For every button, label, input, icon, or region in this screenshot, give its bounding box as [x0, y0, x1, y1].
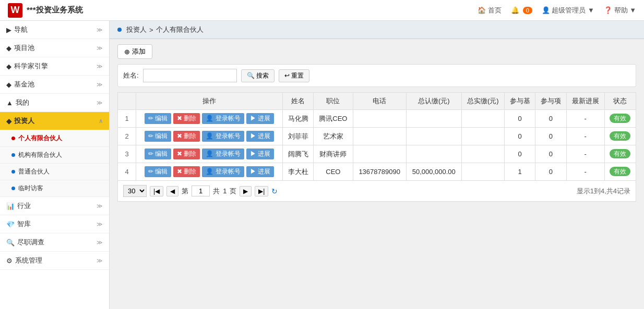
advance-button[interactable]: ▶ 进展: [246, 113, 274, 124]
breadcrumb-separator: >: [149, 26, 153, 34]
search-button[interactable]: 🔍 搜索: [241, 69, 275, 82]
mine-arrow: ≫: [97, 100, 103, 106]
login-account-button[interactable]: 👤 登录帐号: [202, 113, 244, 124]
add-button[interactable]: ⊕ 添加: [117, 44, 152, 59]
advance-button[interactable]: ▶ 进展: [246, 166, 274, 177]
mine-icon: ▲: [6, 99, 13, 107]
row-actions: ✏ 编辑 ✖ 删除 👤 登录帐号 ▶ 进展: [136, 163, 283, 181]
sidebar-item-investors-label: 投资人: [14, 116, 34, 126]
refresh-icon[interactable]: ↻: [271, 187, 278, 195]
row-base-count: 0: [504, 128, 535, 145]
reset-btn-label: 重置: [291, 71, 304, 80]
col-total-pledge: 总认缴(元): [406, 93, 461, 110]
breadcrumb-parent: 投资人: [126, 25, 147, 34]
sidebar: ▶ 导航 ≫ ◆ 项目池 ≫ ◆ 科学家引擎 ≫ ◆ 基金池 ≫: [0, 21, 110, 309]
sidebar-item-investors[interactable]: ◆ 投资人 ∧: [0, 112, 109, 130]
reset-button[interactable]: ↩ 重置: [279, 69, 309, 82]
sidebar-item-funds-label: 基金池: [14, 80, 34, 89]
add-icon: ⊕: [124, 48, 130, 56]
advance-button[interactable]: ▶ 进展: [246, 149, 274, 159]
page-suffix: 共: [213, 187, 220, 196]
notifications-link[interactable]: 🔔 0: [511, 6, 532, 14]
top-header: W ***投资业务系统 🏠 首页 🔔 0 👤 超级管理员 ▼ ❓ 帮助 ▼: [0, 0, 644, 21]
institutional-dot: [11, 153, 15, 157]
col-project-count: 参与项: [535, 93, 566, 110]
col-position: 职位: [314, 93, 353, 110]
row-name: 阔腾飞: [282, 145, 313, 163]
content-area: 投资人 > 个人有限合伙人 ⊕ 添加 姓名: 🔍 搜索: [110, 21, 644, 309]
sidebar-item-projects[interactable]: ◆ 项目池 ≫: [0, 39, 109, 57]
row-latest: -: [566, 145, 604, 163]
funds-arrow: ≫: [97, 81, 103, 88]
row-base-count: 0: [504, 110, 535, 128]
edit-button[interactable]: ✏ 编辑: [145, 166, 171, 177]
advance-button[interactable]: ▶ 进展: [246, 131, 274, 142]
breadcrumb: 投资人 > 个人有限合伙人: [110, 21, 644, 39]
row-num: 4: [118, 163, 136, 181]
first-page-btn[interactable]: |◀: [150, 186, 163, 196]
user-menu[interactable]: 👤 超级管理员 ▼: [542, 6, 594, 15]
table-row: 1 ✏ 编辑 ✖ 删除 👤 登录帐号 ▶ 进展 马化腾 腾讯CEO 0 0 - …: [118, 110, 636, 128]
logo-area: W ***投资业务系统: [8, 3, 83, 18]
search-label: 姓名:: [123, 71, 139, 80]
login-account-button[interactable]: 👤 登录帐号: [202, 149, 244, 159]
system-icon: ⚙: [6, 257, 13, 265]
edit-button[interactable]: ✏ 编辑: [145, 149, 171, 159]
sidebar-item-individual[interactable]: 个人有限合伙人: [0, 130, 109, 147]
row-position: 财商讲师: [314, 145, 353, 163]
help-menu[interactable]: ❓ 帮助 ▼: [604, 6, 636, 15]
toolbar: ⊕ 添加: [117, 44, 636, 59]
thinktank-icon: 💎: [6, 220, 15, 228]
login-account-button[interactable]: 👤 登录帐号: [202, 166, 244, 177]
edit-button[interactable]: ✏ 编辑: [145, 113, 171, 124]
row-total-pledge: 50,000,000.00: [406, 163, 461, 181]
status-badge: 有效: [610, 131, 630, 141]
nav-icon: ▶: [6, 26, 11, 34]
row-total-paid: [461, 145, 504, 163]
last-page-btn[interactable]: ▶|: [255, 186, 268, 196]
prev-page-btn[interactable]: ◀: [166, 186, 178, 196]
login-account-button[interactable]: 👤 登录帐号: [202, 131, 244, 142]
header-right: 🏠 首页 🔔 0 👤 超级管理员 ▼ ❓ 帮助 ▼: [478, 6, 636, 15]
funds-icon: ◆: [6, 81, 11, 89]
sidebar-item-general[interactable]: 普通合伙人: [0, 164, 109, 180]
industry-icon: 📊: [6, 202, 15, 210]
next-page-btn[interactable]: ▶: [240, 186, 252, 196]
investors-arrow: ∧: [99, 118, 103, 125]
sidebar-item-thinktank[interactable]: 💎 智库 ≫: [0, 215, 109, 233]
row-phone: [353, 128, 406, 145]
sidebar-item-institutional[interactable]: 机构有限合伙人: [0, 147, 109, 164]
sidebar-item-industry[interactable]: 📊 行业 ≫: [0, 197, 109, 215]
edit-button[interactable]: ✏ 编辑: [145, 131, 171, 142]
sidebar-item-funds[interactable]: ◆ 基金池 ≫: [0, 76, 109, 94]
row-project-count: 0: [535, 110, 566, 128]
row-num: 1: [118, 110, 136, 128]
sidebar-item-scientists[interactable]: ◆ 科学家引擎 ≫: [0, 57, 109, 76]
sidebar-item-visitor[interactable]: 临时访客: [0, 180, 109, 197]
sidebar-item-nav[interactable]: ▶ 导航 ≫: [0, 21, 109, 39]
delete-button[interactable]: ✖ 删除: [173, 166, 200, 177]
app-title: ***投资业务系统: [27, 5, 83, 15]
search-icon: 🔍: [247, 72, 255, 79]
sidebar-item-mine[interactable]: ▲ 我的 ≫: [0, 94, 109, 112]
sidebar-item-system[interactable]: ⚙ 系统管理 ≫: [0, 252, 109, 270]
search-input[interactable]: [143, 69, 237, 82]
delete-button[interactable]: ✖ 删除: [173, 113, 200, 124]
delete-button[interactable]: ✖ 删除: [173, 149, 200, 159]
col-base-count: 参与基: [504, 93, 535, 110]
investors-icon: ◆: [6, 117, 11, 125]
row-position: 艺术家: [314, 128, 353, 145]
row-actions: ✏ 编辑 ✖ 删除 👤 登录帐号 ▶ 进展: [136, 145, 283, 163]
per-page-select[interactable]: 30: [123, 185, 147, 197]
nav-arrow: ≫: [97, 27, 103, 33]
row-num: 3: [118, 145, 136, 163]
sidebar-item-survey[interactable]: 🔍 尽职调查 ≫: [0, 233, 109, 252]
page-input[interactable]: [192, 186, 210, 196]
sidebar-item-industry-label: 行业: [17, 201, 31, 211]
sidebar-item-mine-label: 我的: [16, 98, 29, 107]
page-label: 第: [182, 187, 188, 196]
delete-button[interactable]: ✖ 删除: [173, 131, 200, 142]
thinktank-arrow: ≫: [97, 221, 103, 228]
home-link[interactable]: 🏠 首页: [478, 6, 502, 15]
pagination-left: 30 |◀ ◀ 第 共 1 页 ▶ ▶| ↻: [123, 185, 278, 197]
